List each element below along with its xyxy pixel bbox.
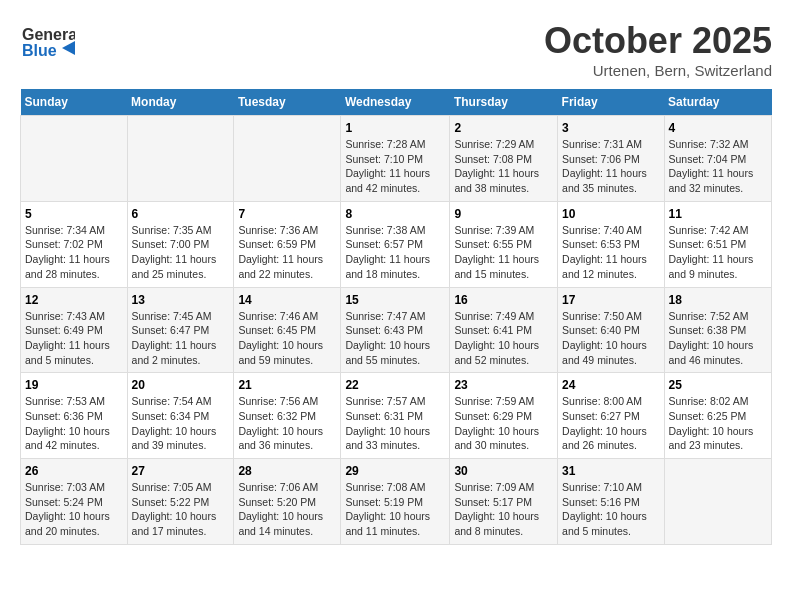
calendar-week-row: 26Sunrise: 7:03 AM Sunset: 5:24 PM Dayli… — [21, 459, 772, 545]
day-info: Sunrise: 7:57 AM Sunset: 6:31 PM Dayligh… — [345, 394, 445, 453]
day-number: 13 — [132, 293, 230, 307]
day-number: 6 — [132, 207, 230, 221]
day-number: 23 — [454, 378, 553, 392]
day-info: Sunrise: 7:38 AM Sunset: 6:57 PM Dayligh… — [345, 223, 445, 282]
day-info: Sunrise: 7:08 AM Sunset: 5:19 PM Dayligh… — [345, 480, 445, 539]
day-info: Sunrise: 7:09 AM Sunset: 5:17 PM Dayligh… — [454, 480, 553, 539]
calendar-cell: 18Sunrise: 7:52 AM Sunset: 6:38 PM Dayli… — [664, 287, 771, 373]
day-number: 24 — [562, 378, 659, 392]
calendar-header: SundayMondayTuesdayWednesdayThursdayFrid… — [21, 89, 772, 116]
location: Urtenen, Bern, Switzerland — [544, 62, 772, 79]
day-info: Sunrise: 7:05 AM Sunset: 5:22 PM Dayligh… — [132, 480, 230, 539]
weekday-header-tuesday: Tuesday — [234, 89, 341, 116]
calendar-cell: 28Sunrise: 7:06 AM Sunset: 5:20 PM Dayli… — [234, 459, 341, 545]
calendar-cell: 4Sunrise: 7:32 AM Sunset: 7:04 PM Daylig… — [664, 116, 771, 202]
day-info: Sunrise: 7:03 AM Sunset: 5:24 PM Dayligh… — [25, 480, 123, 539]
day-info: Sunrise: 7:43 AM Sunset: 6:49 PM Dayligh… — [25, 309, 123, 368]
calendar-cell: 5Sunrise: 7:34 AM Sunset: 7:02 PM Daylig… — [21, 201, 128, 287]
day-number: 4 — [669, 121, 767, 135]
calendar-cell: 1Sunrise: 7:28 AM Sunset: 7:10 PM Daylig… — [341, 116, 450, 202]
calendar-cell: 26Sunrise: 7:03 AM Sunset: 5:24 PM Dayli… — [21, 459, 128, 545]
calendar-cell: 15Sunrise: 7:47 AM Sunset: 6:43 PM Dayli… — [341, 287, 450, 373]
calendar-cell: 21Sunrise: 7:56 AM Sunset: 6:32 PM Dayli… — [234, 373, 341, 459]
weekday-header-sunday: Sunday — [21, 89, 128, 116]
calendar-cell: 3Sunrise: 7:31 AM Sunset: 7:06 PM Daylig… — [558, 116, 664, 202]
day-info: Sunrise: 7:35 AM Sunset: 7:00 PM Dayligh… — [132, 223, 230, 282]
day-number: 17 — [562, 293, 659, 307]
day-info: Sunrise: 7:45 AM Sunset: 6:47 PM Dayligh… — [132, 309, 230, 368]
calendar-cell: 2Sunrise: 7:29 AM Sunset: 7:08 PM Daylig… — [450, 116, 558, 202]
day-info: Sunrise: 7:31 AM Sunset: 7:06 PM Dayligh… — [562, 137, 659, 196]
day-number: 18 — [669, 293, 767, 307]
calendar-cell: 13Sunrise: 7:45 AM Sunset: 6:47 PM Dayli… — [127, 287, 234, 373]
day-info: Sunrise: 7:47 AM Sunset: 6:43 PM Dayligh… — [345, 309, 445, 368]
day-number: 5 — [25, 207, 123, 221]
day-info: Sunrise: 7:28 AM Sunset: 7:10 PM Dayligh… — [345, 137, 445, 196]
svg-text:General: General — [22, 26, 75, 43]
calendar-week-row: 19Sunrise: 7:53 AM Sunset: 6:36 PM Dayli… — [21, 373, 772, 459]
calendar-week-row: 5Sunrise: 7:34 AM Sunset: 7:02 PM Daylig… — [21, 201, 772, 287]
day-info: Sunrise: 7:54 AM Sunset: 6:34 PM Dayligh… — [132, 394, 230, 453]
calendar-week-row: 12Sunrise: 7:43 AM Sunset: 6:49 PM Dayli… — [21, 287, 772, 373]
title-area: October 2025 Urtenen, Bern, Switzerland — [544, 20, 772, 79]
day-info: Sunrise: 7:42 AM Sunset: 6:51 PM Dayligh… — [669, 223, 767, 282]
day-info: Sunrise: 7:50 AM Sunset: 6:40 PM Dayligh… — [562, 309, 659, 368]
day-number: 25 — [669, 378, 767, 392]
day-number: 14 — [238, 293, 336, 307]
page-header: General Blue October 2025 Urtenen, Bern,… — [20, 20, 772, 79]
weekday-header-row: SundayMondayTuesdayWednesdayThursdayFrid… — [21, 89, 772, 116]
day-number: 30 — [454, 464, 553, 478]
day-number: 21 — [238, 378, 336, 392]
calendar-cell: 16Sunrise: 7:49 AM Sunset: 6:41 PM Dayli… — [450, 287, 558, 373]
day-number: 15 — [345, 293, 445, 307]
day-info: Sunrise: 7:34 AM Sunset: 7:02 PM Dayligh… — [25, 223, 123, 282]
day-number: 9 — [454, 207, 553, 221]
calendar-cell: 23Sunrise: 7:59 AM Sunset: 6:29 PM Dayli… — [450, 373, 558, 459]
day-info: Sunrise: 7:56 AM Sunset: 6:32 PM Dayligh… — [238, 394, 336, 453]
day-number: 12 — [25, 293, 123, 307]
day-number: 7 — [238, 207, 336, 221]
day-number: 26 — [25, 464, 123, 478]
calendar-cell — [664, 459, 771, 545]
day-number: 31 — [562, 464, 659, 478]
calendar-cell: 25Sunrise: 8:02 AM Sunset: 6:25 PM Dayli… — [664, 373, 771, 459]
calendar-body: 1Sunrise: 7:28 AM Sunset: 7:10 PM Daylig… — [21, 116, 772, 545]
month-title: October 2025 — [544, 20, 772, 62]
calendar-cell: 14Sunrise: 7:46 AM Sunset: 6:45 PM Dayli… — [234, 287, 341, 373]
calendar-cell: 29Sunrise: 7:08 AM Sunset: 5:19 PM Dayli… — [341, 459, 450, 545]
weekday-header-monday: Monday — [127, 89, 234, 116]
calendar-cell — [234, 116, 341, 202]
calendar-cell: 22Sunrise: 7:57 AM Sunset: 6:31 PM Dayli… — [341, 373, 450, 459]
svg-marker-2 — [62, 41, 75, 55]
calendar-cell: 20Sunrise: 7:54 AM Sunset: 6:34 PM Dayli… — [127, 373, 234, 459]
calendar-cell: 7Sunrise: 7:36 AM Sunset: 6:59 PM Daylig… — [234, 201, 341, 287]
calendar-cell — [127, 116, 234, 202]
day-info: Sunrise: 8:00 AM Sunset: 6:27 PM Dayligh… — [562, 394, 659, 453]
day-number: 2 — [454, 121, 553, 135]
day-info: Sunrise: 7:52 AM Sunset: 6:38 PM Dayligh… — [669, 309, 767, 368]
calendar-cell: 27Sunrise: 7:05 AM Sunset: 5:22 PM Dayli… — [127, 459, 234, 545]
day-number: 19 — [25, 378, 123, 392]
day-info: Sunrise: 7:59 AM Sunset: 6:29 PM Dayligh… — [454, 394, 553, 453]
calendar-week-row: 1Sunrise: 7:28 AM Sunset: 7:10 PM Daylig… — [21, 116, 772, 202]
day-info: Sunrise: 7:36 AM Sunset: 6:59 PM Dayligh… — [238, 223, 336, 282]
day-info: Sunrise: 7:46 AM Sunset: 6:45 PM Dayligh… — [238, 309, 336, 368]
calendar-table: SundayMondayTuesdayWednesdayThursdayFrid… — [20, 89, 772, 545]
logo: General Blue — [20, 20, 75, 65]
calendar-cell: 17Sunrise: 7:50 AM Sunset: 6:40 PM Dayli… — [558, 287, 664, 373]
calendar-cell: 6Sunrise: 7:35 AM Sunset: 7:00 PM Daylig… — [127, 201, 234, 287]
day-number: 20 — [132, 378, 230, 392]
day-info: Sunrise: 7:10 AM Sunset: 5:16 PM Dayligh… — [562, 480, 659, 539]
weekday-header-friday: Friday — [558, 89, 664, 116]
day-number: 1 — [345, 121, 445, 135]
weekday-header-saturday: Saturday — [664, 89, 771, 116]
calendar-cell: 11Sunrise: 7:42 AM Sunset: 6:51 PM Dayli… — [664, 201, 771, 287]
logo-icon: General Blue — [20, 20, 75, 65]
day-info: Sunrise: 7:29 AM Sunset: 7:08 PM Dayligh… — [454, 137, 553, 196]
weekday-header-wednesday: Wednesday — [341, 89, 450, 116]
day-info: Sunrise: 7:49 AM Sunset: 6:41 PM Dayligh… — [454, 309, 553, 368]
svg-text:Blue: Blue — [22, 42, 57, 59]
day-number: 29 — [345, 464, 445, 478]
calendar-cell: 19Sunrise: 7:53 AM Sunset: 6:36 PM Dayli… — [21, 373, 128, 459]
day-info: Sunrise: 7:32 AM Sunset: 7:04 PM Dayligh… — [669, 137, 767, 196]
